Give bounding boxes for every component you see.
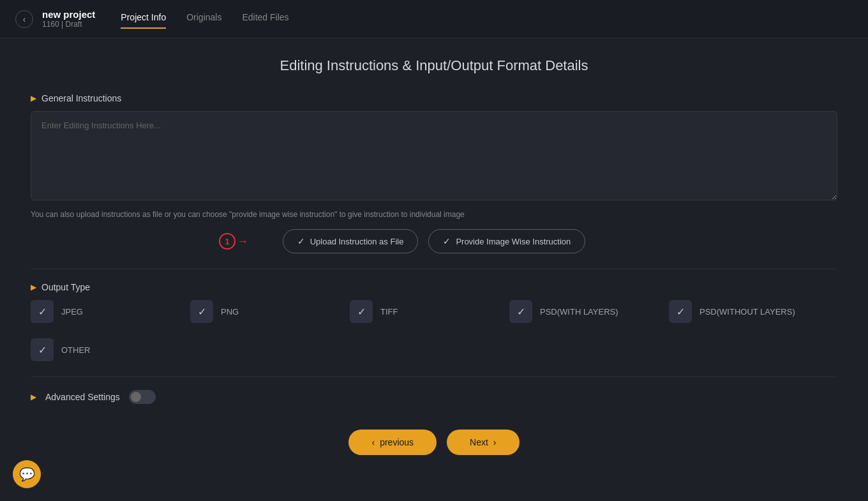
imagewise-instruction-button[interactable]: ✓ Provide Image Wise Instruction — [428, 229, 585, 253]
next-label: Next — [470, 437, 488, 447]
imagewise-check-icon: ✓ — [443, 236, 451, 246]
project-meta: 1160 | Draft — [42, 20, 95, 29]
project-name: new project — [42, 9, 95, 20]
previous-button[interactable]: ‹ previous — [348, 430, 437, 455]
project-info: new project 1160 | Draft — [42, 9, 95, 29]
checkbox-png[interactable]: ✓ — [190, 300, 213, 323]
next-arrow-icon: › — [493, 437, 497, 447]
output-item-other: ✓ OTHER — [31, 338, 837, 361]
instructions-textarea[interactable] — [31, 111, 837, 200]
back-icon: ‹ — [23, 14, 26, 24]
output-type-header[interactable]: ▶ Output Type — [31, 282, 837, 292]
output-type-label: Output Type — [41, 282, 90, 292]
toggle-slider — [129, 390, 156, 404]
previous-label: previous — [380, 437, 414, 447]
label-png: PNG — [221, 307, 239, 317]
back-button[interactable]: ‹ — [15, 10, 33, 28]
checkbox-psd-layers[interactable]: ✓ — [509, 300, 532, 323]
advanced-settings-section: ▶ Advanced Settings — [31, 390, 837, 404]
label-jpeg: JPEG — [61, 307, 83, 317]
general-instructions-header[interactable]: ▶ General Instructions — [31, 93, 837, 103]
chat-bubble-button[interactable]: 💬 — [13, 460, 41, 488]
check-psd-no-layers-icon: ✓ — [677, 306, 685, 318]
check-jpeg-icon: ✓ — [38, 306, 47, 318]
footer: ‹ previous Next › — [0, 417, 868, 474]
check-other-icon: ✓ — [38, 344, 47, 356]
label-other: OTHER — [61, 345, 91, 355]
check-tiff-icon: ✓ — [357, 306, 366, 318]
output-chevron-icon: ▶ — [31, 283, 36, 292]
instruction-button-group: 1 → ✓ Upload Instruction as File ✓ Provi… — [31, 229, 837, 253]
page-title: Editing Instructions & Input/Output Form… — [31, 57, 837, 74]
output-item-psd-no-layers: ✓ PSD(WITHOUT LAYERS) — [669, 300, 828, 323]
output-item-png: ✓ PNG — [190, 300, 350, 323]
upload-check-icon: ✓ — [297, 236, 305, 246]
upload-instruction-button[interactable]: ✓ Upload Instruction as File — [283, 229, 419, 253]
advanced-settings-label: Advanced Settings — [45, 392, 120, 402]
annotation-arrow: → — [237, 235, 248, 248]
check-png-icon: ✓ — [198, 306, 206, 318]
output-item-tiff: ✓ TIFF — [350, 300, 509, 323]
tab-project-info[interactable]: Project Info — [121, 10, 166, 29]
annotation-badge-1: 1 — [219, 233, 236, 250]
checkbox-jpeg[interactable]: ✓ — [31, 300, 54, 323]
general-instructions-section: ▶ General Instructions You can also uplo… — [31, 93, 837, 253]
upload-instruction-label: Upload Instruction as File — [310, 237, 404, 246]
nav-tabs: Project Info Originals Edited Files — [121, 10, 288, 29]
check-psd-layers-icon: ✓ — [517, 306, 525, 318]
tab-edited-files[interactable]: Edited Files — [242, 10, 288, 29]
checkbox-other[interactable]: ✓ — [31, 338, 54, 361]
label-psd-layers: PSD(WITH LAYERS) — [540, 307, 618, 317]
checkbox-psd-no-layers[interactable]: ✓ — [669, 300, 692, 323]
output-type-grid: ✓ JPEG ✓ PNG ✓ TIFF — [31, 300, 837, 361]
divider-2 — [31, 377, 837, 377]
imagewise-instruction-label: Provide Image Wise Instruction — [456, 237, 571, 246]
advanced-chevron-icon: ▶ — [31, 393, 36, 401]
checkbox-tiff[interactable]: ✓ — [350, 300, 373, 323]
prev-arrow-icon: ‹ — [371, 437, 375, 447]
next-button[interactable]: Next › — [447, 430, 519, 455]
chat-icon: 💬 — [19, 467, 35, 482]
chevron-right-icon: ▶ — [31, 94, 36, 103]
label-psd-no-layers: PSD(WITHOUT LAYERS) — [700, 307, 795, 317]
output-item-jpeg: ✓ JPEG — [31, 300, 190, 323]
output-item-psd-layers: ✓ PSD(WITH LAYERS) — [509, 300, 669, 323]
tab-originals[interactable]: Originals — [186, 10, 221, 29]
main-content: Editing Instructions & Input/Output Form… — [0, 38, 868, 417]
divider-1 — [31, 269, 837, 269]
output-type-section: ▶ Output Type ✓ JPEG ✓ PNG — [31, 282, 837, 361]
general-instructions-label: General Instructions — [41, 93, 121, 103]
label-tiff: TIFF — [380, 307, 398, 317]
hint-text: You can also upload instructions as file… — [31, 210, 837, 219]
advanced-settings-toggle[interactable] — [129, 390, 156, 404]
header: ‹ new project 1160 | Draft Project Info … — [0, 0, 868, 38]
